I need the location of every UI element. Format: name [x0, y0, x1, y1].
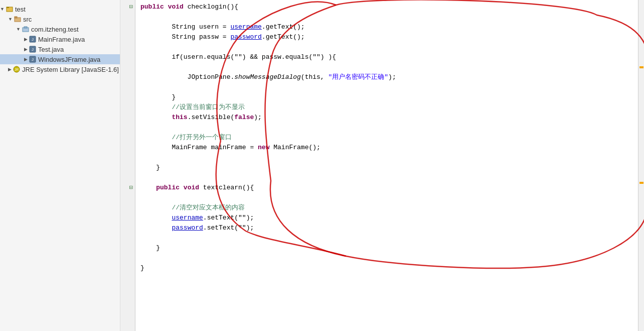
- gutter-line: [120, 32, 133, 42]
- gutter-line: [120, 62, 133, 72]
- svg-rect-1: [7, 7, 9, 8]
- sidebar-item-test-java[interactable]: ▶JTest.java: [0, 44, 120, 54]
- sidebar-item-windowsjframe-java[interactable]: ▶JWindowsJFrame.java: [0, 54, 120, 64]
- tree-icon-package: [22, 25, 30, 33]
- code-line: [140, 153, 638, 163]
- sidebar-item-src-folder[interactable]: ▼src: [0, 14, 120, 24]
- code-line: [140, 12, 638, 22]
- gutter-line: [120, 92, 133, 102]
- gutter-line: [120, 113, 133, 123]
- scroll-overview: [638, 0, 644, 331]
- gutter-line: [120, 102, 133, 113]
- tree-arrow: ▶: [24, 57, 28, 62]
- gutter-line: [120, 153, 133, 163]
- gutter-line: [120, 203, 133, 213]
- gutter-line: [120, 22, 133, 32]
- code-line: [140, 253, 638, 263]
- code-content[interactable]: public void checklogin(){ String usern =…: [135, 0, 638, 331]
- gutter-line: [120, 213, 133, 223]
- tree-arrow: ▶: [8, 67, 12, 72]
- tree-arrow: ▶: [24, 47, 28, 52]
- line-gutter: ⊟⊟: [120, 0, 135, 331]
- tree-label: Test.java: [38, 46, 64, 53]
- gutter-line: [120, 123, 133, 133]
- file-explorer: ▼test▼src▼com.itzheng.test▶JMainFrame.ja…: [0, 0, 120, 331]
- code-line: [140, 173, 638, 183]
- svg-text:J: J: [32, 57, 34, 62]
- gutter-line: [120, 163, 133, 173]
- tree-label: MainFrame.java: [38, 36, 85, 43]
- scroll-mark: [639, 66, 643, 68]
- tree-icon-java: J: [29, 35, 37, 43]
- gutter-line: [120, 82, 133, 92]
- scroll-mark: [639, 182, 643, 184]
- gutter-line: [120, 233, 133, 243]
- gutter-line: [120, 223, 133, 233]
- gutter-line: ⊟: [120, 2, 133, 12]
- code-line: password.setText("");: [140, 223, 638, 233]
- tree-icon-java: J: [29, 55, 37, 63]
- tree-label: src: [23, 16, 32, 23]
- tree-icon-folder: [14, 15, 22, 23]
- code-line: this.setVisible(false);: [140, 113, 638, 123]
- code-line: public void checklogin(){: [140, 2, 638, 12]
- code-line: [140, 123, 638, 133]
- sidebar-item-mainframe-java[interactable]: ▶JMainFrame.java: [0, 34, 120, 44]
- code-line: [140, 62, 638, 72]
- code-line: }: [140, 263, 638, 273]
- gutter-line: [120, 173, 133, 183]
- tree-label: WindowsJFrame.java: [38, 56, 100, 63]
- code-line: JOptionPane.showMessageDialog(this, "用户名…: [140, 72, 638, 82]
- svg-rect-5: [24, 27, 27, 28]
- svg-text:JR: JR: [15, 68, 19, 71]
- sidebar-item-jre-library[interactable]: ▶JRJRE System Library [JavaSE-1.6]: [0, 64, 120, 74]
- code-line: [140, 82, 638, 92]
- gutter-line: [120, 52, 133, 62]
- gutter-line: [120, 193, 133, 203]
- code-line: //清空对应文本框的内容: [140, 203, 638, 213]
- svg-text:J: J: [32, 47, 34, 52]
- editor-area: ⊟⊟ public void checklogin(){ String user…: [120, 0, 644, 331]
- sidebar-item-package[interactable]: ▼com.itzheng.test: [0, 24, 120, 34]
- tree-label: com.itzheng.test: [31, 26, 79, 33]
- code-line: [140, 193, 638, 203]
- code-line: String passw = password.getText();: [140, 32, 638, 42]
- code-line: [140, 42, 638, 52]
- code-line: //设置当前窗口为不显示: [140, 102, 638, 113]
- tree-icon-java: J: [29, 45, 37, 53]
- gutter-line: [120, 263, 133, 273]
- gutter-line: [120, 243, 133, 253]
- code-line: }: [140, 163, 638, 173]
- gutter-line: [120, 253, 133, 263]
- gutter-line: [120, 143, 133, 153]
- gutter-line: [120, 133, 133, 143]
- code-line: public void textclearn(){: [140, 183, 638, 193]
- tree-arrow: ▼: [0, 7, 5, 12]
- sidebar-item-test-project[interactable]: ▼test: [0, 4, 120, 14]
- code-line: [140, 233, 638, 243]
- tree-arrow: ▼: [8, 17, 13, 22]
- tree-arrow: ▶: [24, 37, 28, 42]
- code-line: username.setText("");: [140, 213, 638, 223]
- code-line: MainFrame mainFrame = new MainFrame();: [140, 143, 638, 153]
- code-line: }: [140, 243, 638, 253]
- code-line: String usern = username.getText();: [140, 22, 638, 32]
- tree-arrow: ▼: [16, 27, 21, 32]
- gutter-line: [120, 42, 133, 52]
- gutter-line: ⊟: [120, 183, 133, 193]
- gutter-line: [120, 72, 133, 82]
- code-line: }: [140, 92, 638, 102]
- code-line: if(usern.equals("") && passw.equals("") …: [140, 52, 638, 62]
- code-line: //打开另外一个窗口: [140, 133, 638, 143]
- gutter-line: [120, 12, 133, 22]
- svg-rect-3: [15, 17, 17, 18]
- tree-label: test: [15, 6, 26, 13]
- tree-label: JRE System Library [JavaSE-1.6]: [22, 66, 119, 73]
- tree-icon-jre: JR: [13, 65, 21, 73]
- svg-text:J: J: [32, 37, 34, 42]
- tree-icon-project: [6, 5, 14, 13]
